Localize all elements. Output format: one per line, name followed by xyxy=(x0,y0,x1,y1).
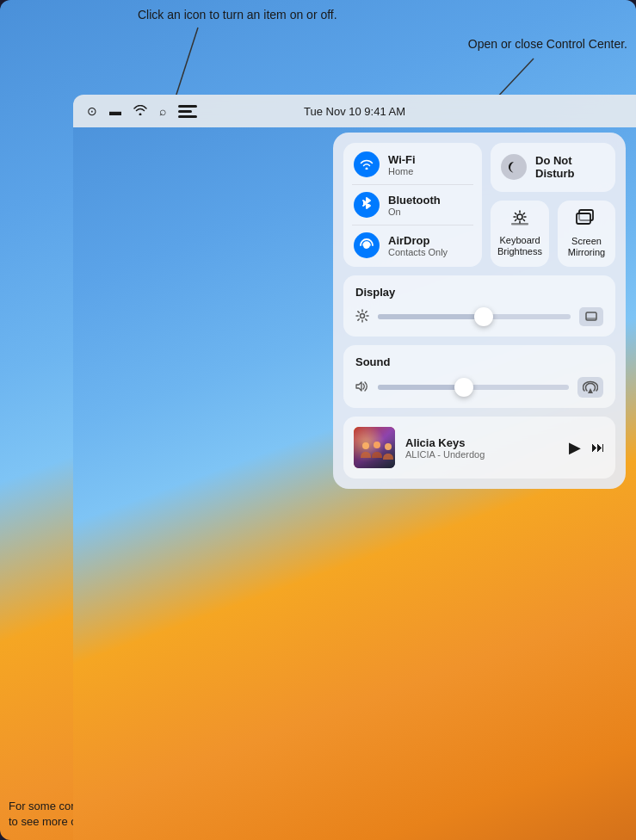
wifi-menu-icon[interactable] xyxy=(133,104,147,118)
control-center-icon[interactable] xyxy=(178,105,197,118)
keyboard-brightness-icon xyxy=(510,210,529,230)
screen-mirroring-label: Screen Mirroring xyxy=(568,236,605,258)
svg-rect-27 xyxy=(586,312,596,320)
annotation-open-close: Open or close Control Center. xyxy=(468,36,627,53)
dnd-title: Do Not Disturb xyxy=(535,154,575,181)
display-fullscreen-icon[interactable] xyxy=(579,307,603,326)
svg-line-25 xyxy=(366,311,367,312)
sound-slider[interactable] xyxy=(378,385,569,390)
airdrop-tile[interactable]: AirDrop Contacts Only xyxy=(354,232,472,258)
track-artist: Alicia Keys xyxy=(405,436,559,449)
tv-icon[interactable]: ⊙ xyxy=(87,104,97,118)
airdrop-title: AirDrop xyxy=(388,234,448,247)
svg-point-5 xyxy=(364,243,369,248)
bluetooth-icon xyxy=(354,192,380,218)
album-art xyxy=(354,427,395,468)
sound-section: Sound xyxy=(343,345,615,408)
display-title: Display xyxy=(355,286,603,299)
wifi-tile[interactable]: Wi-Fi Home xyxy=(354,151,472,177)
svg-point-18 xyxy=(361,313,365,318)
now-playing-section: Alicia Keys ALICIA - Underdog ▶ ⏭ xyxy=(343,417,615,479)
wifi-title: Wi-Fi xyxy=(388,153,416,166)
menu-bar-datetime: Tue Nov 10 9:41 AM xyxy=(304,105,405,118)
svg-point-30 xyxy=(362,442,369,449)
svg-point-14 xyxy=(517,214,522,219)
divider-1 xyxy=(352,184,473,185)
track-name: ALICIA - Underdog xyxy=(405,449,559,460)
svg-point-31 xyxy=(374,442,380,448)
search-icon[interactable]: ⌕ xyxy=(159,104,166,118)
svg-line-10 xyxy=(515,213,516,214)
volume-low-icon xyxy=(355,380,369,395)
screen-mirroring-icon xyxy=(576,209,596,231)
menu-bar: ⊙ ▬ ⌕ Tue Nov 10 9:41 AM xyxy=(73,95,636,127)
track-info: Alicia Keys ALICIA - Underdog xyxy=(405,436,559,460)
airdrop-subtitle: Contacts Only xyxy=(388,247,448,257)
display-section: Display xyxy=(343,275,615,337)
airdrop-icon xyxy=(354,232,380,258)
brightness-low-icon xyxy=(355,309,369,325)
playback-controls: ▶ ⏭ xyxy=(569,438,605,457)
keyboard-brightness-label: Keyboard Brightness xyxy=(497,235,542,257)
airplay-button[interactable] xyxy=(577,377,603,398)
sound-slider-row xyxy=(355,377,603,398)
svg-line-13 xyxy=(515,219,516,221)
control-center-panel: Wi-Fi Home Bluetooth On xyxy=(333,133,626,489)
mac-screen: ⊙ ▬ ⌕ Tue Nov 10 9:41 AM xyxy=(73,95,636,840)
svg-line-23 xyxy=(358,311,359,312)
screen-mirroring-tile[interactable]: Screen Mirroring xyxy=(558,201,615,267)
play-button[interactable]: ▶ xyxy=(569,438,581,457)
display-slider-row xyxy=(355,307,603,326)
svg-line-12 xyxy=(523,213,525,214)
svg-marker-29 xyxy=(588,388,593,393)
svg-rect-15 xyxy=(511,223,528,225)
svg-point-32 xyxy=(385,443,392,450)
connectivity-section: Wi-Fi Home Bluetooth On xyxy=(343,143,615,267)
menu-bar-left: ⊙ ▬ ⌕ xyxy=(87,104,197,118)
svg-line-26 xyxy=(358,318,359,319)
annotation-click-icon: Click an icon to turn an item on or off. xyxy=(138,7,337,24)
wifi-icon xyxy=(354,151,380,177)
svg-line-11 xyxy=(523,219,525,221)
bluetooth-tile[interactable]: Bluetooth On xyxy=(354,192,472,218)
keyboard-brightness-tile[interactable]: Keyboard Brightness xyxy=(491,201,549,267)
skip-forward-button[interactable]: ⏭ xyxy=(591,440,605,455)
svg-line-24 xyxy=(366,318,367,319)
right-tiles: Do Not Disturb xyxy=(491,143,615,267)
connectivity-left-tiles: Wi-Fi Home Bluetooth On xyxy=(343,143,482,267)
svg-point-4 xyxy=(366,168,368,170)
bottom-small-tiles: Keyboard Brightness Screen Mir xyxy=(491,201,615,267)
svg-rect-17 xyxy=(577,213,590,224)
bluetooth-title: Bluetooth xyxy=(388,194,441,207)
do-not-disturb-tile[interactable]: Do Not Disturb xyxy=(491,143,615,192)
battery-icon[interactable]: ▬ xyxy=(109,104,121,118)
bluetooth-subtitle: On xyxy=(388,207,441,217)
dnd-icon xyxy=(501,154,527,180)
display-slider[interactable] xyxy=(378,314,571,319)
divider-2 xyxy=(352,225,473,225)
wifi-subtitle: Home xyxy=(388,166,416,176)
sound-title: Sound xyxy=(355,355,603,368)
